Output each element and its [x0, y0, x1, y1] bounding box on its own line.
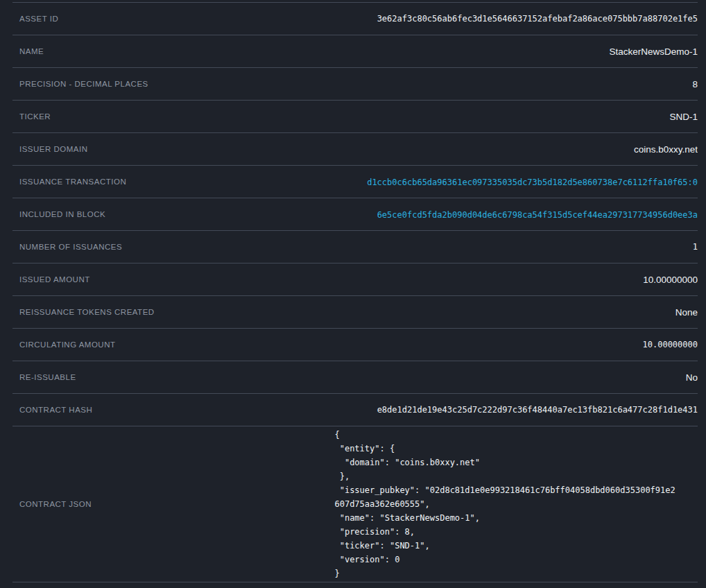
asset-details-table: ASSET ID 3e62af3c80c56ab6fec3d1e56466371… — [12, 0, 698, 582]
contract-json-label: CONTRACT JSON — [12, 500, 334, 508]
table-row-precision: PRECISION - DECIMAL PLACES 8 — [12, 67, 698, 100]
issuer-domain-value: coins.b0xxy.net — [334, 144, 698, 155]
issuance-transaction-label: ISSUANCE TRANSACTION — [12, 178, 334, 186]
table-row-number-of-issuances: NUMBER OF ISSUANCES 1 — [12, 230, 698, 263]
contract-json-value: { "entity": { "domain": "coins.b0xxy.net… — [334, 428, 677, 580]
asset-id-label: ASSET ID — [12, 15, 334, 23]
table-row-reissuance-tokens: REISSUANCE TOKENS CREATED None — [12, 295, 698, 328]
number-of-issuances-value: 1 — [334, 242, 698, 252]
contract-hash-label: CONTRACT HASH — [12, 406, 334, 414]
ticker-value: SND-1 — [334, 112, 698, 122]
precision-label: PRECISION - DECIMAL PLACES — [12, 80, 334, 88]
table-row-contract-json: CONTRACT JSON { "entity": { "domain": "c… — [12, 426, 698, 582]
contract-hash-value: e8de1d21de19e43c25d7c222d97c36f48440a7ec… — [334, 405, 698, 415]
issuer-domain-label: ISSUER DOMAIN — [12, 145, 334, 153]
table-row-ticker: TICKER SND-1 — [12, 100, 698, 132]
issued-amount-label: ISSUED AMOUNT — [12, 275, 334, 284]
included-in-block-link[interactable]: 6e5ce0fcd5fda2b090d04de6c6798ca54f315d5c… — [377, 210, 698, 220]
reissuable-value: No — [334, 372, 698, 383]
included-in-block-label: INCLUDED IN BLOCK — [12, 210, 334, 218]
number-of-issuances-label: NUMBER OF ISSUANCES — [12, 243, 334, 251]
issued-amount-value: 10.00000000 — [334, 275, 698, 285]
table-row-name: NAME StackerNewsDemo-1 — [12, 35, 698, 67]
asset-id-value: 3e62af3c80c56ab6fec3d1e5646637152afebaf2… — [334, 14, 698, 24]
table-row-reissuable: RE-ISSUABLE No — [12, 361, 698, 393]
reissuable-label: RE-ISSUABLE — [12, 373, 334, 381]
name-label: NAME — [12, 47, 334, 55]
table-row-issuer-domain: ISSUER DOMAIN coins.b0xxy.net — [12, 132, 698, 165]
table-row-issued-amount: ISSUED AMOUNT 10.00000000 — [12, 263, 698, 295]
table-row-circulating-amount: CIRCULATING AMOUNT 10.00000000 — [12, 328, 698, 361]
circulating-amount-value: 10.00000000 — [334, 340, 698, 349]
circulating-amount-label: CIRCULATING AMOUNT — [12, 340, 334, 349]
reissuance-tokens-value: None — [334, 307, 698, 318]
ticker-label: TICKER — [12, 112, 334, 121]
table-row-asset-id: ASSET ID 3e62af3c80c56ab6fec3d1e56466371… — [12, 2, 698, 35]
name-value: StackerNewsDemo-1 — [334, 46, 698, 57]
table-row-contract-hash: CONTRACT HASH e8de1d21de19e43c25d7c222d9… — [12, 393, 698, 426]
table-row-included-in-block: INCLUDED IN BLOCK 6e5ce0fcd5fda2b090d04d… — [12, 198, 698, 230]
table-row-issuance-transaction: ISSUANCE TRANSACTION d1ccb0c6cb65da96361… — [12, 165, 698, 198]
issuance-transaction-link[interactable]: d1ccb0c6cb65da96361ec097335035dc73b5d182… — [367, 178, 698, 187]
precision-value: 8 — [334, 79, 698, 89]
reissuance-tokens-label: REISSUANCE TOKENS CREATED — [12, 308, 334, 316]
